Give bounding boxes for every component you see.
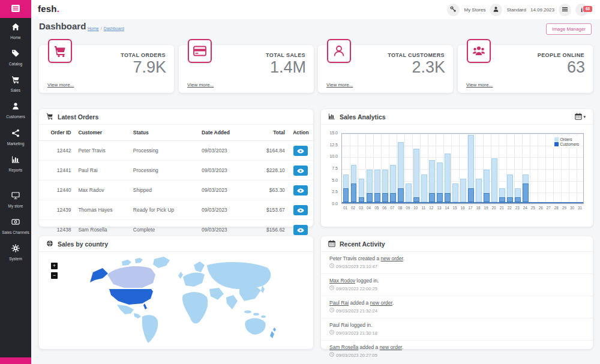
activity-link[interactable]: new order <box>370 300 392 306</box>
sidebar-item-label: Customers <box>6 115 25 119</box>
user-avatar[interactable] <box>490 4 502 16</box>
x-axis-tick: 14 <box>443 206 451 210</box>
activity-link[interactable]: new order <box>380 344 402 350</box>
mystore-icon <box>11 191 20 202</box>
notifications-button[interactable]: i 68 <box>575 4 588 16</box>
activity-item: Paul Rai added a new order.09/03/2023 21… <box>321 296 593 318</box>
orders-bar <box>491 158 497 203</box>
x-axis-tick: 23 <box>514 206 521 210</box>
orders-bar <box>413 149 419 202</box>
view-more-link[interactable]: View more... <box>326 82 353 88</box>
breadcrumb-dashboard-link[interactable]: Dashboard <box>104 26 124 31</box>
logo[interactable]: fesh. <box>38 4 59 14</box>
stat-value: 63 <box>567 58 585 77</box>
menu-button[interactable] <box>559 4 571 16</box>
orders-bar <box>421 175 427 202</box>
admin-dashboard: HomeCatalogSalesCustomersMarketingReport… <box>0 0 600 364</box>
customers-bar <box>343 188 349 202</box>
x-axis-tick: 29 <box>560 206 568 210</box>
sidebar-item-label: Catalog <box>9 62 22 67</box>
my-stores-label[interactable]: My Stores <box>464 7 485 13</box>
order-customer: Thomas Hayes <box>74 200 129 220</box>
order-status: Ready for Pick Up <box>130 200 198 220</box>
order-id: 12441 <box>39 161 74 181</box>
eye-icon <box>297 166 304 175</box>
customers-bar <box>445 193 451 203</box>
x-axis-tick: 31 <box>576 206 584 210</box>
sidebar-item-reports[interactable]: Reports <box>0 151 31 177</box>
order-date: 09/03/2023 <box>198 161 250 181</box>
order-total: $228.10 <box>250 161 289 181</box>
order-customer: Max Radov <box>74 181 129 200</box>
eye-icon <box>297 225 304 234</box>
y-axis-tick: 12.5 <box>322 143 338 147</box>
activity-item: Peter Travis created a new order.09/03/2… <box>321 252 593 274</box>
sidebar-bottom-accent <box>0 357 31 364</box>
stat-value: 2.3K <box>412 58 445 77</box>
stat-card-total-customers: TOTAL CUSTOMERS 2.3K View more... <box>318 45 453 93</box>
sidebar-item-label: Sales <box>11 88 20 93</box>
chart-date-range-button[interactable]: ▾ <box>575 112 586 122</box>
sidebar-menu-toggle[interactable] <box>0 0 31 18</box>
sidebar-item-home[interactable]: Home <box>0 18 31 44</box>
x-axis-tick: 21 <box>498 206 506 210</box>
cart-icon <box>11 76 20 86</box>
activity-text: Peter Travis created a new order. <box>329 255 584 261</box>
my-stores-button[interactable] <box>447 4 460 16</box>
view-order-button[interactable] <box>293 185 308 195</box>
top-header: fesh. My Stores Standard 14.09.2023 <box>31 0 600 19</box>
view-more-link[interactable]: View more... <box>47 82 74 88</box>
y-axis-tick: 2.5 <box>322 189 338 194</box>
column-header: Date Added <box>198 125 250 141</box>
analytics-icon <box>328 112 335 122</box>
legend-orders-label: Orders <box>560 137 572 142</box>
image-manager-button[interactable]: Image Manager <box>546 23 592 35</box>
map-zoom-out-button[interactable]: − <box>51 272 58 279</box>
x-axis-tick: 06 <box>380 206 388 210</box>
table-row: 12439Thomas HayesReady for Pick Up09/03/… <box>39 200 313 220</box>
orders-table: Order IDCustomerStatusDate AddedTotalAct… <box>39 125 313 240</box>
view-more-link[interactable]: View more... <box>466 82 493 88</box>
order-date: 09/03/2023 <box>198 181 250 200</box>
activity-text: Paul Rai logged in. <box>329 322 584 328</box>
sidebar-item-sales-channels[interactable]: Sales Channels <box>0 213 31 239</box>
sidebar-item-catalog[interactable]: Catalog <box>0 44 31 71</box>
credit-card-icon <box>188 39 212 63</box>
activity-link[interactable]: Paul Rai <box>329 300 349 306</box>
customers-bar <box>367 193 373 203</box>
view-order-button[interactable] <box>293 146 308 156</box>
header-date: 14.09.2023 <box>530 7 554 13</box>
x-axis-tick: 04 <box>365 206 373 210</box>
map-zoom-in-button[interactable]: + <box>51 263 58 269</box>
y-axis-tick: 0.0 <box>322 201 338 206</box>
view-order-button[interactable] <box>293 225 308 235</box>
sidebar-item-system[interactable]: System <box>0 239 31 266</box>
view-order-button[interactable] <box>293 166 308 176</box>
activity-link[interactable]: Max Rodov <box>329 278 355 284</box>
view-order-button[interactable] <box>293 205 308 215</box>
view-more-link[interactable]: View more... <box>187 82 214 88</box>
order-customer: Peter Travis <box>74 141 129 161</box>
column-header: Customer <box>74 125 129 141</box>
activity-text: Sam Rosella added a new order. <box>329 344 584 350</box>
sidebar-item-customers[interactable]: Customers <box>0 97 31 124</box>
activity-link[interactable]: new order <box>381 255 403 261</box>
hamburger-icon <box>562 4 568 15</box>
activity-time: 09/03/2023 20:27:05 <box>336 353 377 358</box>
stat-card-total-orders: TOTAL ORDERS 7.9K View more... <box>39 45 174 93</box>
activity-list: Peter Travis created a new order.09/03/2… <box>321 252 593 363</box>
activity-time: 09/03/2023 22:00:25 <box>336 286 377 291</box>
sidebar-item-marketing[interactable]: Marketing <box>0 124 31 151</box>
sidebar-item-my-store[interactable]: My store <box>0 186 31 213</box>
sidebar-item-sales[interactable]: Sales <box>0 71 31 97</box>
stores-icon <box>450 4 457 15</box>
x-axis-tick: 22 <box>506 206 514 210</box>
x-axis-tick: 09 <box>404 206 412 210</box>
breadcrumb-home-link[interactable]: Home <box>88 26 99 31</box>
activity-link[interactable]: Sam Rosella <box>329 344 358 350</box>
order-status: Shipped <box>130 181 198 200</box>
legend-customers-label: Customers <box>560 142 579 146</box>
world-map[interactable] <box>82 254 280 345</box>
activity-item: Sam Rosella added a new order.09/03/2023… <box>321 341 593 363</box>
x-axis-tick: 18 <box>475 206 482 210</box>
